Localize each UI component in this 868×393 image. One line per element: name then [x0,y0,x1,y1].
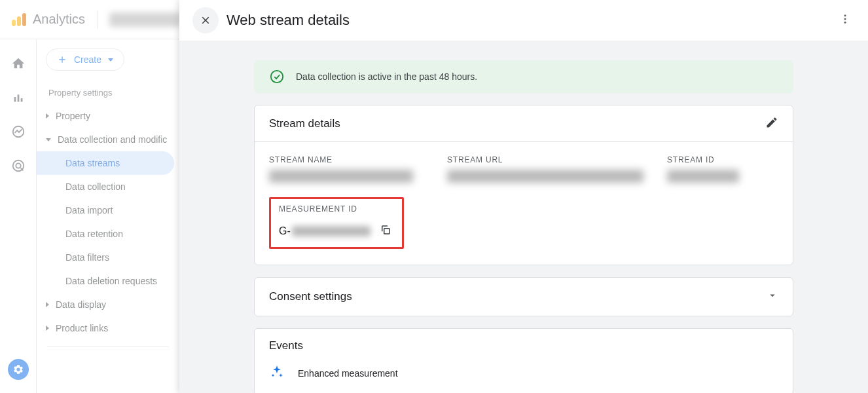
panel-title: Web stream details [226,12,350,29]
pencil-icon [765,116,778,129]
web-stream-details-panel: Web stream details Data collection is ac… [179,0,868,393]
svg-rect-10 [384,229,389,234]
stream-name-value-redacted [269,170,413,183]
svg-point-8 [844,22,846,24]
copy-icon [380,224,391,236]
stream-url-label: STREAM URL [447,155,659,164]
stream-id-label: STREAM ID [667,155,778,164]
edit-button[interactable] [765,116,778,131]
events-card: Events Enhanced measurement [254,328,793,393]
card-title: Events [269,339,303,352]
svg-point-7 [844,18,846,20]
close-icon [200,14,211,26]
data-collection-status-banner: Data collection is active in the past 48… [254,60,793,93]
svg-point-11 [272,375,274,377]
more-options-button[interactable] [835,9,855,31]
banner-text: Data collection is active in the past 48… [296,71,477,82]
sparkle-icon [269,364,285,383]
measurement-id-value: G- [279,225,371,237]
check-circle-icon [270,69,284,84]
more-vert-icon [839,13,851,25]
measurement-id-highlight: MEASUREMENT ID G- [269,197,404,249]
measurement-id-label: MEASUREMENT ID [279,204,394,214]
svg-point-6 [844,14,846,16]
copy-measurement-id-button[interactable] [377,221,394,240]
card-title: Stream details [269,117,340,130]
stream-name-label: STREAM NAME [269,155,439,164]
consent-settings-card[interactable]: Consent settings [254,277,793,316]
stream-details-card: Stream details STREAM NAME STREAM URL [254,105,793,265]
measurement-id-redacted [292,226,371,236]
svg-point-9 [271,71,283,83]
enhanced-measurement-label: Enhanced measurement [298,368,398,379]
card-title: Consent settings [269,290,352,303]
stream-id-value-redacted [667,170,739,183]
stream-url-value-redacted [447,170,643,183]
chevron-down-icon [767,290,778,304]
close-button[interactable] [192,7,219,33]
